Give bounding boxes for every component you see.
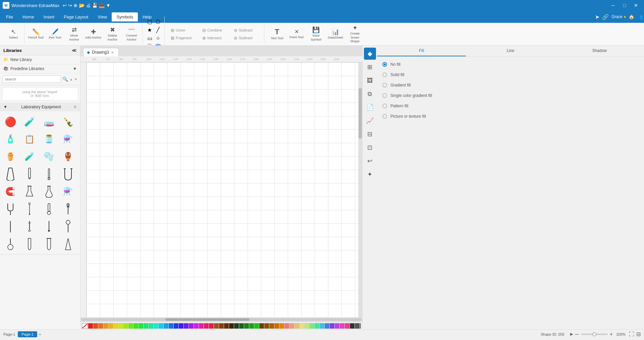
color-swatch-8040e8[interactable] (330, 323, 334, 329)
lab-shape-23[interactable] (41, 201, 57, 217)
lab-shape-3[interactable]: 🧫 (41, 113, 57, 130)
table-panel-icon[interactable]: ⊟ (364, 128, 376, 140)
combine-button[interactable]: ⊟ Combine (200, 27, 230, 34)
lab-shape-4[interactable]: 🍾 (60, 113, 76, 130)
menu-file[interactable]: File (1, 12, 18, 21)
search-icon[interactable]: 🔍 (62, 76, 68, 82)
lab-shape-7[interactable]: 🫙 (41, 131, 57, 148)
color-swatch-6ee81c[interactable] (128, 323, 133, 329)
chart-panel-icon[interactable]: 📈 (364, 115, 376, 127)
open-button[interactable]: 📂 (79, 3, 85, 8)
color-swatch-e84c1c[interactable] (93, 323, 98, 329)
vertical-scrollbar-thumb[interactable] (359, 88, 362, 139)
color-swatch-4080e8[interactable] (325, 323, 329, 329)
grid-panel-icon[interactable]: ⊞ (364, 61, 376, 73)
new-button[interactable]: ⊕ (73, 3, 77, 8)
delete-anchor-button[interactable]: ✖ Delete Anchor (103, 24, 122, 44)
gradient-fill-radio[interactable] (382, 83, 387, 88)
pen-tool-button[interactable]: 🖊️ Pen Tool (46, 24, 64, 44)
star-shape[interactable]: ★ (146, 26, 153, 34)
lab-shape-17[interactable]: 🧲 (2, 183, 19, 200)
color-swatch-1ce8d4[interactable] (154, 323, 158, 329)
color-swatch-a01ce8[interactable] (189, 323, 194, 329)
fill-tab-fill[interactable]: Fill (377, 46, 466, 56)
tab-close-button[interactable]: ✕ (111, 51, 114, 54)
color-swatch-603000[interactable] (224, 323, 229, 329)
color-swatch-1c801c[interactable] (244, 323, 249, 329)
color-swatch-d41ce8[interactable] (194, 323, 199, 329)
rectangle-shape[interactable]: ▭ (146, 35, 153, 42)
color-swatch-1ce840[interactable] (139, 323, 143, 329)
menu-insert[interactable]: Insert (39, 12, 59, 21)
color-swatch-1ca01c[interactable] (249, 323, 254, 329)
fill-option-solid[interactable]: Solid fill (377, 70, 644, 80)
color-swatch-1ce86e[interactable] (144, 323, 148, 329)
save-symbol-button[interactable]: 💾 Save Symbol (307, 24, 325, 44)
lab-shape-6[interactable]: 📋 (21, 131, 38, 148)
color-swatch-1c3ce8[interactable] (174, 323, 178, 329)
lab-shape-5[interactable]: 🧴 (2, 131, 19, 148)
color-swatch-1cc8e8[interactable] (159, 323, 163, 329)
horizontal-scrollbar[interactable] (80, 317, 362, 322)
color-swatch-333333[interactable] (350, 323, 355, 329)
menu-page-layout[interactable]: Page Layout (59, 12, 93, 21)
notes-panel-icon[interactable]: 📄 (364, 101, 376, 113)
color-swatch-1c6ee8[interactable] (169, 323, 173, 329)
zoom-plus-button[interactable]: + (610, 331, 613, 337)
color-swatch-e81c1c[interactable] (88, 323, 93, 329)
pencil-tool-button[interactable]: ✏️ Pencil Tool (26, 24, 45, 44)
color-swatch-1ca0e8[interactable] (164, 323, 168, 329)
color-swatch-a0e81c[interactable] (123, 323, 128, 329)
color-swatch-e8c07c[interactable] (294, 323, 299, 329)
color-swatch-777777[interactable] (360, 323, 361, 329)
no-fill-radio[interactable] (382, 62, 387, 67)
save-cloud-button[interactable]: 💾 (92, 3, 98, 8)
lab-shape-11[interactable]: 🫧 (41, 148, 57, 165)
color-swatch-1c401c[interactable] (234, 323, 239, 329)
lab-shape-24[interactable] (60, 201, 76, 217)
color-swatch-ec8000[interactable] (279, 323, 284, 329)
lab-shape-31[interactable] (41, 235, 57, 252)
lab-shape-28[interactable] (60, 218, 76, 235)
color-swatch-e8d41c[interactable] (113, 323, 118, 329)
color-swatch-ac6000[interactable] (269, 323, 274, 329)
minimize-button[interactable]: ─ (608, 2, 619, 9)
point-tool-button[interactable]: ✕ Point Tool (287, 24, 306, 44)
color-swatch-804010[interactable] (219, 323, 224, 329)
lab-shape-18[interactable] (21, 183, 38, 200)
intersect-button[interactable]: ⊗ Intersect (200, 35, 230, 42)
maximize-button[interactable]: □ (619, 2, 630, 9)
color-swatch-e8b41c[interactable] (108, 323, 113, 329)
text-tool-button[interactable]: T Text Tool (268, 24, 286, 44)
color-swatch-6e1ce8[interactable] (184, 323, 189, 329)
user-menu[interactable]: Grace ♦ (611, 14, 626, 19)
lab-shape-2[interactable]: 🧪 (21, 113, 38, 130)
menu-home[interactable]: Home (18, 12, 39, 21)
fill-option-picture-texture[interactable]: Picture or texture fill (377, 111, 644, 121)
pentagon-shape[interactable]: ⬠ (154, 18, 162, 25)
color-swatch-1ce8a0[interactable] (149, 323, 153, 329)
lab-section-close-button[interactable]: ✕ (73, 105, 77, 109)
smart-panel-icon[interactable]: ✦ (364, 168, 376, 180)
color-swatch-e87c7c[interactable] (284, 323, 289, 329)
color-swatch-e81c40[interactable] (209, 323, 214, 329)
share-button[interactable]: 📤 (99, 3, 105, 8)
color-swatch-1c601c[interactable] (239, 323, 244, 329)
lab-shape-25[interactable] (2, 218, 19, 235)
vertical-scrollbar[interactable] (358, 62, 362, 317)
color-swatch-80e87c[interactable] (310, 323, 314, 329)
redo-button[interactable]: ↪ (68, 3, 72, 8)
color-swatch-402000[interactable] (229, 323, 234, 329)
lab-shape-1[interactable]: 🔴 (2, 113, 19, 130)
circle-shape[interactable]: ○ (154, 35, 162, 42)
drawing-canvas[interactable] (87, 62, 358, 317)
color-swatch-1cc01c[interactable] (254, 323, 259, 329)
new-library-button[interactable]: 📁 New Library (0, 55, 80, 64)
lab-shape-32[interactable] (60, 235, 76, 252)
lab-shape-16[interactable] (60, 166, 76, 182)
color-swatch-e84080[interactable] (345, 323, 350, 329)
search-input[interactable] (3, 75, 61, 83)
lab-shape-29[interactable] (2, 235, 19, 252)
lab-shape-20[interactable]: ⚗️ (60, 183, 76, 200)
color-swatch-8c5000[interactable] (264, 323, 269, 329)
